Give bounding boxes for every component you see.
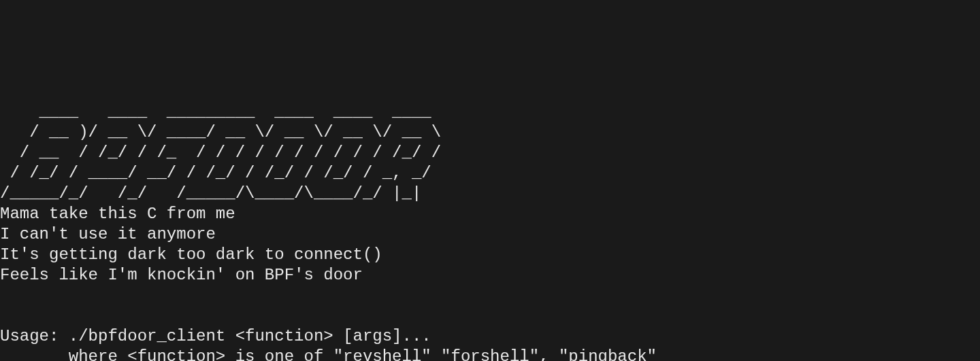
terminal-output: ____ ____ _________ ____ ____ ____ / __ … [0,82,980,361]
usage-line-2: where <function> is one of "revshell" "f… [0,347,657,361]
lyric-line-4: Feels like I'm knockin' on BPF's door [0,266,363,284]
lyric-line-1: Mama take this C from me [0,205,235,223]
lyric-line-3: It's getting dark too dark to connect() [0,245,382,264]
ascii-art-banner: ____ ____ _________ ____ ____ ____ / __ … [0,103,441,203]
lyric-line-2: I can't use it anymore [0,225,216,243]
usage-line-1: Usage: ./bpfdoor_client <function> [args… [0,327,431,345]
